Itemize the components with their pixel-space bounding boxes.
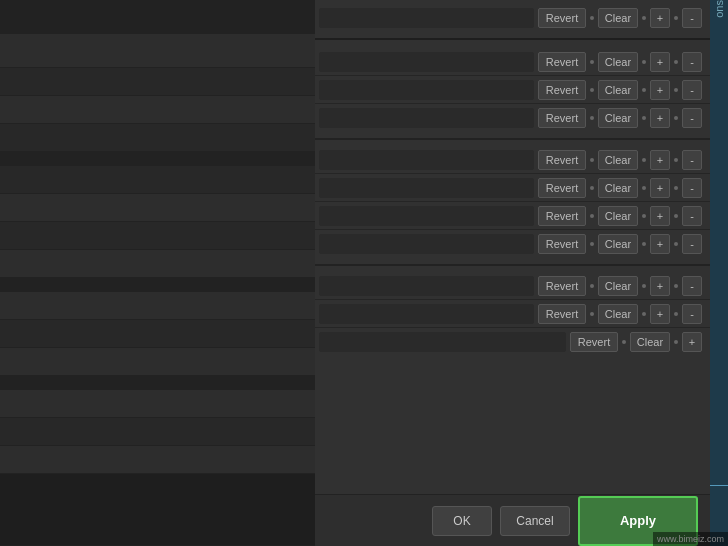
row-item: Revert Clear + -: [315, 202, 710, 230]
revert-button[interactable]: Revert: [538, 178, 586, 198]
minus-button[interactable]: -: [682, 178, 702, 198]
clear-button[interactable]: Clear: [598, 108, 638, 128]
dot-decoration: [590, 16, 594, 20]
revert-button[interactable]: Revert: [538, 8, 586, 28]
revert-button[interactable]: Revert: [538, 276, 586, 296]
row-label: [319, 304, 534, 324]
revert-button[interactable]: Revert: [538, 206, 586, 226]
dot: [674, 284, 678, 288]
left-panel: [0, 0, 315, 546]
minus-button[interactable]: -: [682, 206, 702, 226]
row-label: [319, 206, 534, 226]
minus-button[interactable]: -: [682, 234, 702, 254]
dot: [590, 88, 594, 92]
dot: [590, 312, 594, 316]
row-item: Revert Clear + -: [315, 174, 710, 202]
plus-button[interactable]: +: [650, 108, 670, 128]
revert-button[interactable]: Revert: [538, 108, 586, 128]
plus-button[interactable]: +: [682, 332, 702, 352]
clear-button-partial[interactable]: Clear: [630, 332, 670, 352]
plus-button[interactable]: +: [650, 276, 670, 296]
dot: [642, 88, 646, 92]
clear-button[interactable]: Clear: [598, 304, 638, 324]
watermark: www.bimeiz.com: [653, 532, 728, 546]
dot: [674, 242, 678, 246]
dot: [642, 158, 646, 162]
revert-button[interactable]: Revert: [538, 80, 586, 100]
clear-button[interactable]: Clear: [598, 150, 638, 170]
dot: [590, 214, 594, 218]
section-1: Revert Clear + - Revert Clear + -: [315, 42, 710, 140]
row-label: [319, 80, 534, 100]
main-container: Revert Clear + - Revert Clear +: [0, 0, 728, 546]
dot: [590, 116, 594, 120]
plus-button[interactable]: +: [650, 206, 670, 226]
dot: [590, 284, 594, 288]
row-item: Revert Clear +: [315, 328, 710, 356]
dot: [622, 340, 626, 344]
plus-button[interactable]: +: [650, 304, 670, 324]
revert-button[interactable]: Revert: [538, 234, 586, 254]
minus-button[interactable]: -: [682, 8, 702, 28]
dot: [590, 60, 594, 64]
dot: [674, 116, 678, 120]
right-panel: ons: [710, 0, 728, 546]
scroll-area: Revert Clear + - Revert Clear +: [315, 0, 710, 546]
minus-button[interactable]: -: [682, 304, 702, 324]
row-item: Revert Clear + -: [315, 4, 710, 32]
row-label: [319, 276, 534, 296]
clear-button[interactable]: Clear: [598, 206, 638, 226]
plus-button[interactable]: +: [650, 80, 670, 100]
section-3: Revert Clear + - Revert Clear + -: [315, 266, 710, 362]
top-section: Revert Clear + -: [315, 0, 710, 40]
dot: [674, 340, 678, 344]
right-panel-line: [710, 485, 728, 486]
row-item: Revert Clear + -: [315, 104, 710, 132]
minus-button[interactable]: -: [682, 276, 702, 296]
clear-button[interactable]: Clear: [598, 178, 638, 198]
revert-button[interactable]: Revert: [538, 52, 586, 72]
content-area: Revert Clear + - Revert Clear +: [315, 0, 710, 546]
revert-button[interactable]: Revert: [538, 304, 586, 324]
row-label: [319, 108, 534, 128]
minus-button[interactable]: -: [682, 150, 702, 170]
right-panel-label: ons: [713, 0, 725, 38]
clear-button[interactable]: Clear: [598, 276, 638, 296]
revert-button[interactable]: Revert: [570, 332, 618, 352]
clear-button[interactable]: Clear: [598, 8, 638, 28]
clear-button[interactable]: Clear: [598, 234, 638, 254]
dot: [674, 214, 678, 218]
dot: [642, 116, 646, 120]
plus-button[interactable]: +: [650, 52, 670, 72]
row-label: [319, 8, 534, 28]
dot: [674, 158, 678, 162]
dot: [642, 214, 646, 218]
dot: [642, 312, 646, 316]
clear-button[interactable]: Clear: [598, 80, 638, 100]
dot: [674, 60, 678, 64]
dot-decoration: [674, 16, 678, 20]
clear-button[interactable]: Clear: [598, 52, 638, 72]
row-item: Revert Clear + -: [315, 272, 710, 300]
row-label: [319, 332, 566, 352]
plus-button[interactable]: +: [650, 150, 670, 170]
dot: [642, 242, 646, 246]
ok-button[interactable]: OK: [432, 506, 492, 536]
dot: [590, 186, 594, 190]
row-item: Revert Clear + -: [315, 48, 710, 76]
section-2: Revert Clear + - Revert Clear + -: [315, 140, 710, 266]
plus-button[interactable]: +: [650, 8, 670, 28]
plus-button[interactable]: +: [650, 234, 670, 254]
dot: [590, 158, 594, 162]
minus-button[interactable]: -: [682, 52, 702, 72]
minus-button[interactable]: -: [682, 108, 702, 128]
minus-button[interactable]: -: [682, 80, 702, 100]
row-item: Revert Clear + -: [315, 146, 710, 174]
dot: [590, 242, 594, 246]
footer: OK Cancel Apply: [315, 494, 710, 546]
dot: [642, 186, 646, 190]
row-label: [319, 150, 534, 170]
cancel-button[interactable]: Cancel: [500, 506, 570, 536]
revert-button[interactable]: Revert: [538, 150, 586, 170]
plus-button[interactable]: +: [650, 178, 670, 198]
